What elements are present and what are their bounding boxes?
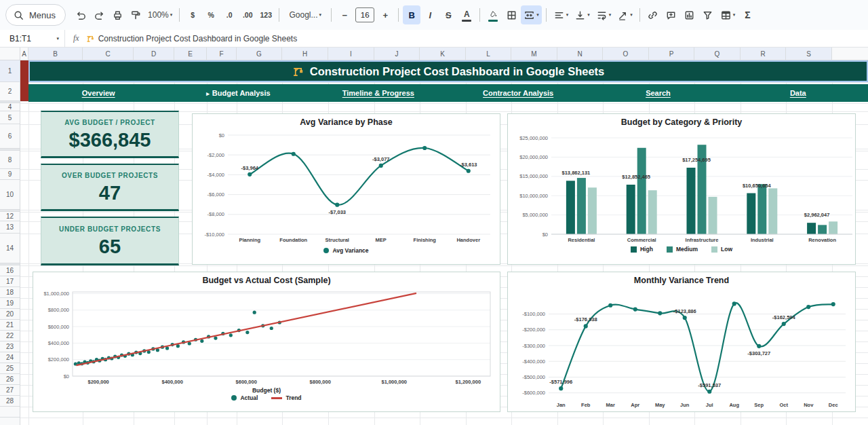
redo-icon: [94, 10, 105, 21]
row-header-23[interactable]: 23: [0, 341, 20, 352]
increase-decimal-button[interactable]: .00: [239, 5, 256, 24]
column-header-K[interactable]: K: [420, 48, 466, 60]
percent-format-button[interactable]: %: [202, 5, 220, 24]
paint-format-button[interactable]: [127, 5, 144, 24]
chart-monthly-variance-trend[interactable]: Monthly Variance Trend -$100,000-$200,00…: [507, 272, 856, 412]
zoom-select[interactable]: 100%▾: [145, 5, 175, 24]
insert-chart-button[interactable]: [681, 5, 698, 24]
column-header-I[interactable]: I: [328, 48, 374, 60]
column-header-R[interactable]: R: [741, 48, 786, 60]
row-header-25[interactable]: 25: [0, 363, 20, 374]
column-header-B[interactable]: B: [28, 48, 83, 60]
row-header-8[interactable]: 8: [0, 151, 20, 169]
row-header-10[interactable]: 10: [0, 180, 20, 210]
column-header-L[interactable]: L: [466, 48, 511, 60]
row-header-16[interactable]: 16: [0, 265, 20, 276]
kpi-card[interactable]: AVG BUDGET / PROJECT$366,845: [41, 111, 179, 158]
nav-item-search[interactable]: Search: [588, 89, 728, 97]
font-family-select[interactable]: Googl...▾: [283, 5, 327, 24]
bold-button[interactable]: B: [403, 5, 420, 24]
table-views-button[interactable]: ▾: [717, 5, 738, 24]
column-header-N[interactable]: N: [557, 48, 603, 60]
row-header-21[interactable]: 21: [0, 320, 20, 331]
svg-text:$600,000: $600,000: [48, 324, 69, 330]
functions-button[interactable]: Σ: [738, 5, 756, 24]
kpi-card[interactable]: OVER BUDGET PROJECTS47: [41, 164, 179, 211]
row-header-22[interactable]: 22: [0, 331, 20, 341]
row-header-5[interactable]: 5: [0, 111, 20, 124]
row-header-18[interactable]: 18: [0, 287, 20, 298]
decrease-decimal-button[interactable]: .0: [220, 5, 238, 24]
column-header-Q[interactable]: Q: [694, 48, 741, 60]
row-header-19[interactable]: 19: [0, 298, 20, 309]
insert-comment-button[interactable]: [663, 5, 680, 24]
column-header-O[interactable]: O: [603, 48, 649, 60]
chart-budget-vs-actual[interactable]: Budget vs Actual Cost (Sample) $0$200,00…: [33, 272, 500, 412]
svg-text:$1,000,000: $1,000,000: [381, 379, 407, 385]
chart-avg-variance-by-phase[interactable]: Avg Variance by Phase $0-$2,000-$4,000-$…: [192, 113, 500, 265]
fill-color-button[interactable]: [484, 5, 502, 24]
row-header-26[interactable]: 26: [0, 374, 20, 385]
column-header-P[interactable]: P: [649, 48, 694, 60]
redo-button[interactable]: [90, 5, 108, 24]
row-header-2[interactable]: 2: [0, 82, 20, 101]
toolbar-divider: [279, 8, 279, 22]
column-header-M[interactable]: M: [511, 48, 557, 60]
row-header-6[interactable]: 6: [0, 124, 20, 149]
column-header-E[interactable]: E: [174, 48, 207, 60]
column-header-J[interactable]: J: [374, 48, 420, 60]
number-format-button[interactable]: 123: [257, 5, 275, 24]
row-header-9[interactable]: 9: [0, 169, 20, 180]
nav-item-contractor-analysis[interactable]: Contractor Analysis: [448, 89, 588, 97]
column-header-H[interactable]: H: [282, 48, 328, 60]
column-header-D[interactable]: D: [134, 48, 174, 60]
nav-item-budget-analysis[interactable]: ▸Budget Analysis: [168, 89, 308, 97]
merge-cells-button[interactable]: ▾: [521, 5, 542, 24]
text-rotation-button[interactable]: ▾: [614, 5, 635, 24]
vertical-align-button[interactable]: ▾: [572, 5, 593, 24]
row-header-28[interactable]: 28: [0, 396, 20, 407]
svg-text:-$303,727: -$303,727: [747, 350, 770, 356]
nav-item-timeline-progress[interactable]: Timeline & Progress: [309, 89, 448, 97]
print-button[interactable]: [108, 5, 126, 24]
row-header-27[interactable]: 27: [0, 385, 20, 396]
sheet-grid[interactable]: Construction Project Cost Dashboard in G…: [20, 60, 868, 425]
column-header-G[interactable]: G: [237, 48, 282, 60]
svg-text:$10,000,000: $10,000,000: [519, 193, 548, 199]
svg-text:$25,000,000: $25,000,000: [519, 135, 548, 141]
dashboard-title-banner[interactable]: Construction Project Cost Dashboard in G…: [28, 60, 868, 82]
column-header-F[interactable]: F: [207, 48, 237, 60]
increase-font-size-button[interactable]: +: [376, 5, 394, 24]
italic-button[interactable]: I: [421, 5, 439, 24]
name-box[interactable]: B1:T1 ▾: [0, 30, 65, 47]
row-header-24[interactable]: 24: [0, 352, 20, 363]
row-header-12[interactable]: 12: [0, 212, 20, 221]
create-filter-button[interactable]: [699, 5, 717, 24]
column-header-A[interactable]: A: [20, 48, 28, 60]
row-header-1[interactable]: 1: [0, 60, 20, 82]
row-header-4[interactable]: 4: [0, 103, 20, 111]
strikethrough-button[interactable]: S: [439, 5, 457, 24]
nav-item-overview[interactable]: Overview: [28, 89, 168, 97]
horizontal-align-button[interactable]: ▾: [551, 5, 572, 24]
text-color-button[interactable]: A: [458, 5, 475, 24]
nav-item-data[interactable]: Data: [728, 89, 868, 97]
kpi-card[interactable]: UNDER BUDGET PROJECTS65: [41, 217, 179, 265]
decrease-font-size-button[interactable]: −: [336, 5, 353, 24]
text-wrap-button[interactable]: ▾: [593, 5, 614, 24]
row-header-14[interactable]: 14: [0, 234, 20, 263]
currency-format-button[interactable]: $: [184, 5, 201, 24]
insert-link-button[interactable]: [644, 5, 662, 24]
formula-input[interactable]: Construction Project Cost Dashboard in G…: [86, 34, 868, 43]
menus-button[interactable]: Menus: [5, 4, 66, 26]
borders-button[interactable]: [502, 5, 520, 24]
column-header-C[interactable]: C: [83, 48, 134, 60]
row-header-13[interactable]: 13: [0, 221, 20, 234]
column-header-S[interactable]: S: [786, 48, 832, 60]
row-header-20[interactable]: 20: [0, 309, 20, 320]
undo-button[interactable]: [72, 5, 90, 24]
row-header-17[interactable]: 17: [0, 276, 20, 287]
select-all-corner[interactable]: [0, 48, 20, 60]
chart-budget-by-category-priority[interactable]: Budget by Category & Priority $0$5,000,0…: [507, 113, 856, 265]
font-size-input[interactable]: 16: [355, 7, 374, 22]
